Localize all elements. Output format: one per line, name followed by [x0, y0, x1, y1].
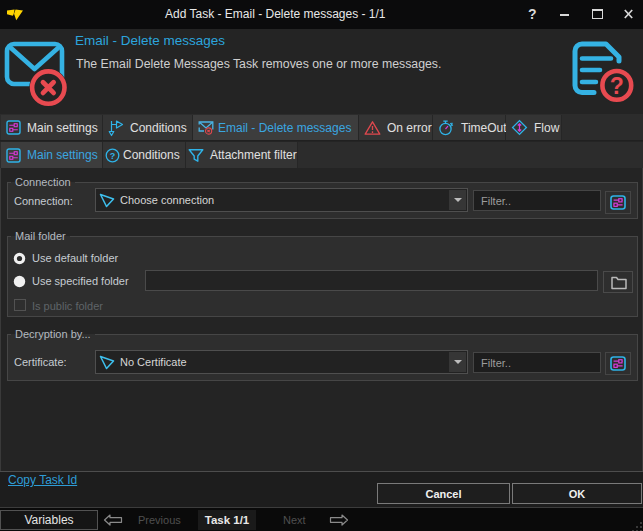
svg-text:?: ?	[110, 151, 116, 161]
svg-text:?: ?	[610, 73, 624, 99]
